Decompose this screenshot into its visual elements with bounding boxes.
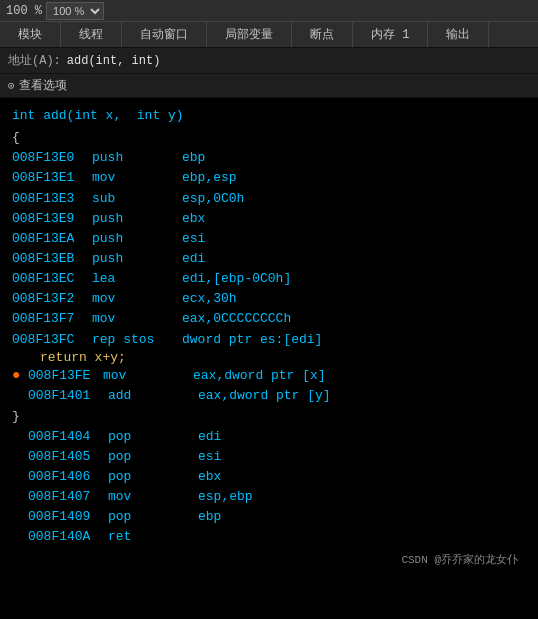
view-options-bar: ⊙ 查看选项 <box>0 74 538 98</box>
asm-line: 008F13EBpushedi <box>12 249 526 269</box>
tab-断点[interactable]: 断点 <box>292 22 353 47</box>
asm-line: 008F13FCrep stosdword ptr es:[edi] <box>12 330 526 350</box>
tab-局部变量[interactable]: 局部变量 <box>207 22 292 47</box>
asm-line: 008F140Aret <box>12 527 526 547</box>
address-bar: 地址(A): add(int, int) <box>0 48 538 74</box>
asm-line: 008F1401addeax,dword ptr [y] <box>12 386 526 406</box>
comment-line: return x+y; <box>12 350 526 365</box>
address-label: 地址(A): <box>8 52 61 69</box>
asm-line: 008F13F7moveax,0CCCCCCCCh <box>12 309 526 329</box>
asm-line: 008F13E9pushebx <box>12 209 526 229</box>
bp-operand: eax,dword ptr [x] <box>193 366 326 386</box>
func-signature: int add(int x, int y) <box>12 106 526 126</box>
asm-line: 008F13F2movecx,30h <box>12 289 526 309</box>
tab-线程[interactable]: 线程 <box>61 22 122 47</box>
asm-line: 008F13EApushesi <box>12 229 526 249</box>
asm-line: 008F1409popebp <box>12 507 526 527</box>
tab-输出[interactable]: 输出 <box>428 22 489 47</box>
nav-tabs: 模块线程自动窗口局部变量断点内存 1输出 <box>0 22 538 48</box>
breakpoint-icon: ● <box>12 365 26 387</box>
asm-line: 008F13E3subesp,0C0h <box>12 189 526 209</box>
close-brace: } <box>12 407 526 427</box>
asm-line: 008F13ECleaedi,[ebp-0C0h] <box>12 269 526 289</box>
view-options-toggle[interactable]: ⊙ 查看选项 <box>8 77 67 94</box>
asm-line: 008F1404popedi <box>12 427 526 447</box>
zoom-label: 100 % <box>6 4 42 18</box>
view-options-label: 查看选项 <box>19 77 67 94</box>
toolbar: 100 % 100 % 75 % 150 % <box>0 0 538 22</box>
asm-line: 008F1405popesi <box>12 447 526 467</box>
tab-内存 1[interactable]: 内存 1 <box>353 22 428 47</box>
view-options-arrow: ⊙ <box>8 79 15 92</box>
tab-模块[interactable]: 模块 <box>0 22 61 47</box>
asm-line: 008F1407movesp,ebp <box>12 487 526 507</box>
breakpoint-line: ●008F13FEmoveax,dword ptr [x] <box>12 365 526 387</box>
address-value: add(int, int) <box>67 54 161 68</box>
code-area[interactable]: int add(int x, int y){008F13E0pushebp008… <box>0 98 538 619</box>
bp-address: 008F13FE <box>28 366 103 386</box>
asm-line: 008F13E0pushebp <box>12 148 526 168</box>
asm-line: 008F1406popebx <box>12 467 526 487</box>
asm-line: 008F13E1movebp,esp <box>12 168 526 188</box>
tab-自动窗口[interactable]: 自动窗口 <box>122 22 207 47</box>
bp-mnemonic: mov <box>103 366 193 386</box>
watermark: CSDN @乔乔家的龙女仆 <box>12 552 526 567</box>
open-brace: { <box>12 128 526 148</box>
zoom-dropdown[interactable]: 100 % 75 % 150 % <box>46 2 104 20</box>
